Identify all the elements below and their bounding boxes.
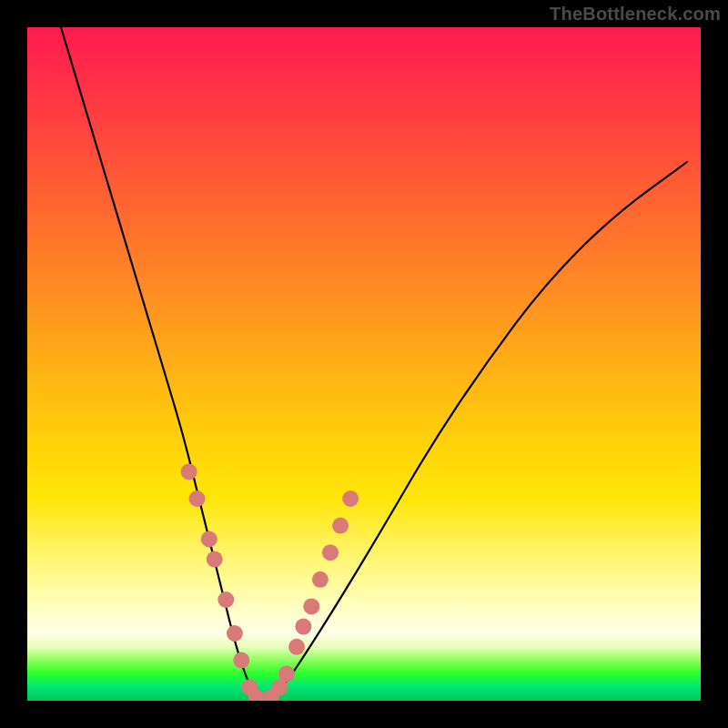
marker-dot: [207, 551, 223, 568]
marker-dot: [322, 544, 339, 561]
marker-dot: [303, 598, 319, 614]
watermark-text: TheBottleneck.com: [550, 4, 721, 25]
marker-dot: [312, 571, 329, 588]
marker-dot: [295, 619, 311, 635]
marker-dot: [217, 592, 234, 608]
marker-dot: [181, 463, 197, 480]
plot-area: [27, 27, 701, 701]
marker-dot: [189, 490, 206, 507]
marker-dot: [227, 625, 243, 642]
marker-dot: [332, 518, 349, 534]
bottleneck-curve: [61, 27, 687, 697]
curve-layer: [27, 27, 701, 701]
marker-dot: [201, 531, 217, 547]
marker-dots: [181, 463, 359, 701]
marker-dot: [288, 639, 305, 655]
marker-dot: [233, 652, 249, 669]
marker-dot: [342, 490, 359, 507]
marker-dot: [278, 665, 295, 682]
chart-frame: TheBottleneck.com: [0, 0, 728, 728]
